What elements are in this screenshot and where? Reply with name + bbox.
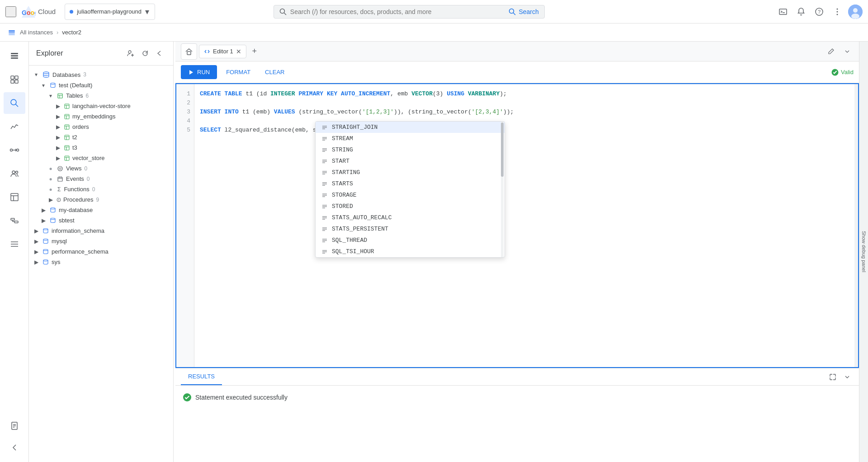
svg-rect-21 <box>11 76 14 79</box>
table-item-langchain[interactable]: ▶ langchain-vector-store ⋮ <box>29 101 173 111</box>
code-editor[interactable]: CREATE TABLE t1 (id INTEGER PRIMARY KEY … <box>194 84 854 367</box>
nav-home-button[interactable] <box>4 45 25 67</box>
databases-group[interactable]: ▾ Databases 3 ⋮ <box>29 69 173 80</box>
nav-migrations-button[interactable] <box>4 210 25 231</box>
information-schema-item[interactable]: ▶ information_schema ⋮ <box>29 226 173 236</box>
left-nav-bottom <box>4 415 25 458</box>
breadcrumb-all-instances[interactable]: All instances <box>20 29 53 36</box>
autocomplete-item-straight-join[interactable]: STRAIGHT_JOIN <box>316 122 505 133</box>
autocomplete-item-start[interactable]: START <box>316 156 505 167</box>
editor-area[interactable]: 12345 CREATE TABLE t1 (id INTEGER PRIMAR… <box>175 83 859 368</box>
procedures-toggle: ▶ <box>47 197 54 203</box>
home-icon <box>185 47 193 56</box>
functions-group[interactable]: ● Σ Functions 0 ⋮ <box>29 184 173 194</box>
valid-badge: Valid <box>831 68 854 76</box>
kw-icon-5 <box>321 181 328 187</box>
nav-tables-button[interactable] <box>4 186 25 208</box>
my-database-item[interactable]: ▶ my-database ⋮ <box>29 205 173 215</box>
help-button[interactable]: ? <box>812 5 826 19</box>
nav-list-button[interactable] <box>4 233 25 255</box>
sbtest-item[interactable]: ▶ sbtest ⋮ <box>29 215 173 226</box>
table-item-vector-store[interactable]: ▶ vector_store ⋮ <box>29 153 173 163</box>
svg-point-1 <box>280 9 284 13</box>
svg-point-83 <box>43 259 48 261</box>
svg-rect-18 <box>11 53 18 54</box>
nav-users-button[interactable] <box>4 163 25 184</box>
nav-monitoring-button[interactable] <box>4 116 25 137</box>
table-t3-label: t3 <box>72 144 77 151</box>
editor1-tab-label: Editor 1 <box>213 48 233 55</box>
sys-item[interactable]: ▶ sys ⋮ <box>29 257 173 267</box>
search-button[interactable]: Search <box>509 8 538 15</box>
svg-marker-85 <box>189 70 193 75</box>
google-cloud-logo: Google Cloud <box>22 6 56 18</box>
events-group[interactable]: ● Events 0 ⋮ <box>29 174 173 184</box>
check-circle-icon <box>831 68 839 76</box>
tables-group[interactable]: ▾ Tables 6 ⋮ <box>29 90 173 101</box>
tab-more-button[interactable] <box>841 45 854 58</box>
table-item-t2[interactable]: ▶ t2 ⋮ <box>29 132 173 142</box>
editor1-tab[interactable]: Editor 1 ✕ <box>199 45 246 58</box>
home-tab-button[interactable] <box>181 43 197 60</box>
autocomplete-item-stats-persistent[interactable]: STATS_PERSISTENT <box>316 223 505 235</box>
clear-button[interactable]: CLEAR <box>259 65 290 79</box>
collapse-sidebar-button[interactable] <box>153 47 166 60</box>
autocomplete-item-string[interactable]: STRING <box>316 144 505 156</box>
project-name-label: juliaofferman-playground <box>77 8 142 15</box>
more-options-button[interactable] <box>830 5 844 19</box>
tab-bar: Editor 1 ✕ + <box>175 42 859 61</box>
test-db-item[interactable]: ▾ test (Default) ⋮ <box>29 80 173 90</box>
hamburger-menu-button[interactable] <box>5 6 16 17</box>
nav-reports-button[interactable] <box>4 415 25 437</box>
performance-schema-item[interactable]: ▶ performance_schema ⋮ <box>29 246 173 257</box>
user-avatar[interactable] <box>848 5 863 19</box>
nav-connections-button[interactable] <box>4 139 25 161</box>
svg-rect-20 <box>11 57 18 59</box>
terminal-icon-button[interactable] <box>776 5 790 19</box>
mysql-item[interactable]: ▶ mysql ⋮ <box>29 236 173 246</box>
nav-collapse-button[interactable] <box>4 437 25 458</box>
autocomplete-item-starts[interactable]: STARTS <box>316 178 505 189</box>
edit-tab-button[interactable] <box>825 45 837 58</box>
autocomplete-item-sql-thread[interactable]: SQL_THREAD <box>316 235 505 246</box>
svg-point-70 <box>58 166 62 171</box>
search-input[interactable] <box>290 8 505 15</box>
refresh-button[interactable] <box>139 47 151 60</box>
report-icon <box>9 421 19 431</box>
results-tab[interactable]: RESULTS <box>181 368 222 385</box>
collapse-left-icon <box>9 443 19 453</box>
expand-results-button[interactable] <box>826 371 839 383</box>
views-group[interactable]: ● Views 0 ⋮ <box>29 163 173 174</box>
svg-rect-72 <box>58 177 62 181</box>
format-button[interactable]: FORMAT <box>221 65 256 79</box>
autocomplete-item-stored[interactable]: STORED <box>316 201 505 212</box>
notifications-button[interactable] <box>794 5 808 19</box>
autocomplete-item-sql-tsi-hour[interactable]: SQL_TSI_HOUR <box>316 246 505 257</box>
add-connection-button[interactable] <box>124 47 137 60</box>
table-item-t3[interactable]: ▶ t3 ⋮ <box>29 142 173 153</box>
autocomplete-item-storage[interactable]: STORAGE <box>316 189 505 201</box>
search-button-label: Search <box>519 8 538 15</box>
table-item-orders[interactable]: ▶ orders ⋮ <box>29 122 173 132</box>
help-icon: ? <box>815 7 824 16</box>
table-item-embeddings[interactable]: ▶ my_embeddings ⋮ <box>29 111 173 122</box>
run-button[interactable]: RUN <box>181 65 217 79</box>
right-panel-toggle[interactable]: Show debug panel <box>859 42 868 462</box>
global-search-bar[interactable]: Search <box>274 5 545 19</box>
project-selector[interactable]: juliaofferman-playground ▾ <box>65 4 155 20</box>
add-tab-button[interactable]: + <box>248 45 261 58</box>
nav-dashboard-button[interactable] <box>4 69 25 90</box>
editor-scrollbar[interactable] <box>854 84 858 367</box>
autocomplete-item-stream[interactable]: STREAM <box>316 133 505 144</box>
collapse-results-button[interactable] <box>841 371 854 383</box>
procedures-group[interactable]: ▶ f Procedures 9 ⋮ <box>29 194 173 205</box>
svg-point-3 <box>509 9 514 13</box>
events-label: Events <box>66 175 84 182</box>
nav-search-button[interactable] <box>4 92 25 114</box>
autocomplete-item-starting[interactable]: STARTING <box>316 167 505 178</box>
left-nav <box>0 42 29 462</box>
autocomplete-item-stats-auto-recalc[interactable]: STATS_AUTO_RECALC <box>316 212 505 223</box>
close-editor1-button[interactable]: ✕ <box>236 48 241 55</box>
table-vs-toggle: ▶ <box>54 155 61 161</box>
tables-count: 6 <box>86 93 89 99</box>
